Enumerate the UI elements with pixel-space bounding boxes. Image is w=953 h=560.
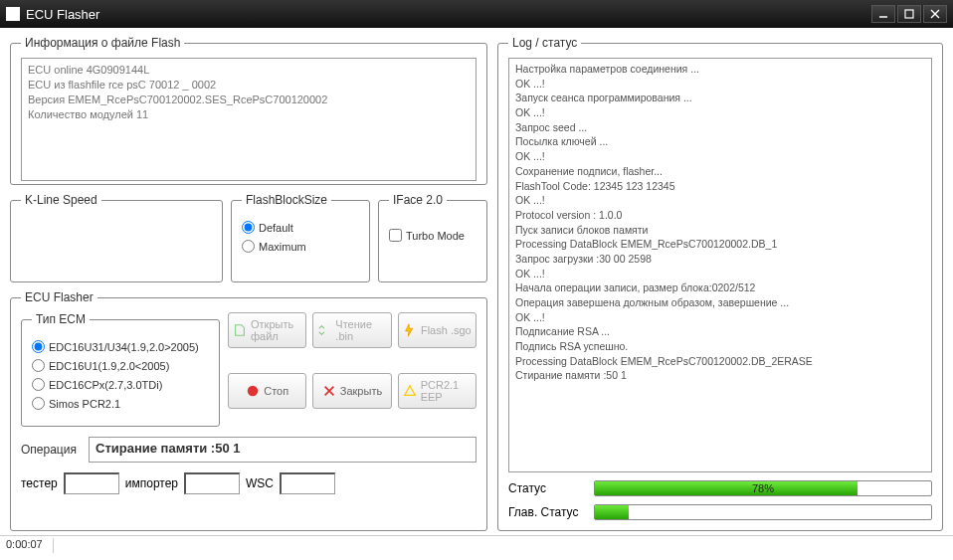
iface-panel: IFace 2.0 Turbo Mode bbox=[378, 193, 487, 282]
warning-icon bbox=[403, 384, 417, 398]
svg-rect-1 bbox=[905, 10, 913, 18]
info-line: Количество модулей 11 bbox=[28, 107, 470, 122]
maximize-button[interactable] bbox=[897, 5, 921, 23]
operation-label: Операция bbox=[21, 443, 81, 457]
log-text[interactable]: Настройка параметров соединения ...OK ..… bbox=[508, 58, 932, 472]
tester-input[interactable] bbox=[64, 472, 119, 494]
flashblock-panel: FlashBlockSize Default Maximum bbox=[231, 193, 370, 282]
flash-sgo-button[interactable]: Flash .sgo bbox=[398, 312, 476, 348]
close-icon bbox=[322, 384, 336, 398]
kline-panel: K-Line Speed bbox=[10, 193, 223, 282]
stop-icon bbox=[246, 384, 260, 398]
main-status-label: Глав. Статус bbox=[508, 505, 586, 519]
tester-label: тестер bbox=[21, 476, 58, 490]
info-line: Версия EMEM_RcePsC700120002.SES_RcePsC70… bbox=[28, 93, 470, 107]
flash-icon bbox=[403, 323, 417, 337]
read-bin-button[interactable]: Чтение .bin bbox=[312, 312, 391, 348]
log-legend: Log / статус bbox=[508, 36, 581, 50]
main-status-progress bbox=[594, 504, 932, 520]
flash-info-legend: Информация о файле Flash bbox=[21, 36, 184, 50]
flash-info-panel: Информация о файле Flash ECU online 4G09… bbox=[10, 36, 487, 185]
log-panel: Log / статус Настройка параметров соедин… bbox=[497, 36, 943, 531]
window-title: ECU Flasher bbox=[26, 7, 99, 22]
flash-info-text: ECU online 4G0909144L ECU из flashfile r… bbox=[21, 58, 476, 181]
flashblock-default-radio[interactable]: Default bbox=[242, 221, 359, 234]
status-label: Статус bbox=[508, 481, 586, 495]
ecm-legend: Тип ECM bbox=[32, 312, 90, 326]
turbo-mode-checkbox[interactable]: Turbo Mode bbox=[389, 229, 476, 242]
ecm-opt-2[interactable]: EDC16CPx(2.7,3.0TDi) bbox=[32, 378, 209, 391]
elapsed-time: 0:00:07 bbox=[6, 538, 54, 553]
importer-label: импортер bbox=[125, 476, 178, 490]
app-icon bbox=[6, 7, 20, 21]
read-icon bbox=[317, 323, 331, 337]
operation-value: Стирание памяти :50 1 bbox=[89, 437, 476, 463]
info-line: ECU online 4G0909144L bbox=[28, 63, 470, 78]
ecu-flasher-panel: ECU Flasher Тип ECM EDC16U31/U34(1.9,2.0… bbox=[10, 290, 487, 531]
ecm-opt-1[interactable]: EDC16U1(1.9,2.0<2005) bbox=[32, 359, 209, 372]
close-button-2[interactable]: Закрыть bbox=[312, 373, 391, 409]
status-progress: 78% bbox=[594, 480, 932, 496]
file-icon bbox=[233, 323, 247, 337]
importer-input[interactable] bbox=[184, 472, 240, 494]
ecm-opt-3[interactable]: Simos PCR2.1 bbox=[32, 397, 209, 410]
kline-legend: K-Line Speed bbox=[21, 193, 101, 207]
stop-button[interactable]: Стоп bbox=[228, 373, 306, 409]
window-title-bar: ECU Flasher bbox=[0, 0, 953, 28]
status-bar: 0:00:07 bbox=[0, 535, 953, 555]
wsc-input[interactable] bbox=[280, 472, 335, 494]
wsc-label: WSC bbox=[246, 476, 274, 490]
ecu-flasher-legend: ECU Flasher bbox=[21, 290, 97, 304]
flashblock-maximum-radio[interactable]: Maximum bbox=[242, 240, 359, 253]
pcr-eep-button[interactable]: PCR2.1 EEP bbox=[398, 373, 476, 409]
iface-legend: IFace 2.0 bbox=[389, 193, 447, 207]
ecm-type-panel: Тип ECM EDC16U31/U34(1.9,2.0>2005) EDC16… bbox=[21, 312, 220, 427]
svg-point-4 bbox=[248, 385, 259, 396]
open-file-button[interactable]: Открыть файл bbox=[228, 312, 306, 348]
flashblock-legend: FlashBlockSize bbox=[242, 193, 331, 207]
info-line: ECU из flashfile rce psC 70012 _ 0002 bbox=[28, 78, 470, 93]
ecm-opt-0[interactable]: EDC16U31/U34(1.9,2.0>2005) bbox=[32, 340, 209, 353]
status-pct: 78% bbox=[595, 481, 931, 495]
close-button[interactable] bbox=[923, 5, 947, 23]
minimize-button[interactable] bbox=[871, 5, 895, 23]
